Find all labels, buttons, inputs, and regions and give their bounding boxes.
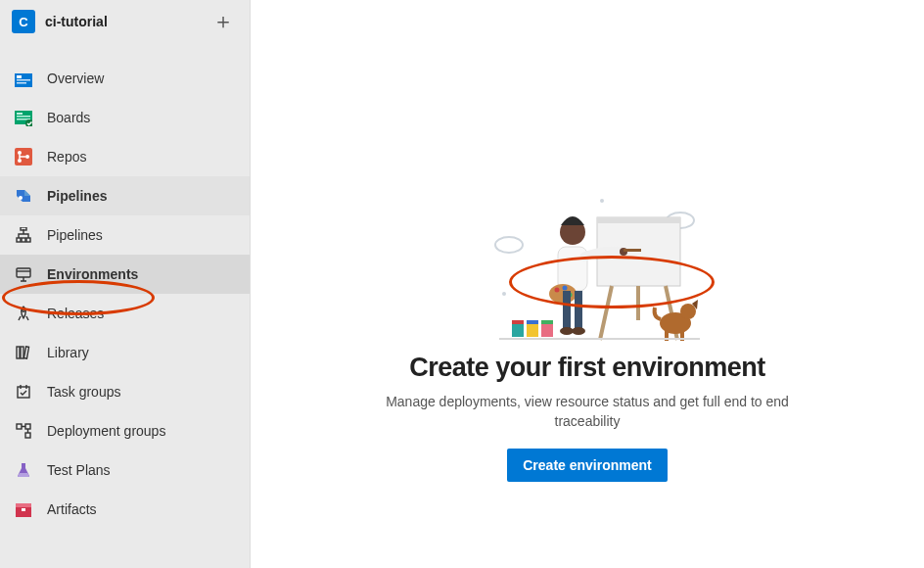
sidebar-subitem-label: Environments — [47, 266, 138, 282]
svg-point-32 — [600, 199, 604, 203]
sidebar-subitem-label: Releases — [47, 306, 104, 321]
sidebar-item-pipelines[interactable]: Pipelines — [0, 176, 250, 215]
sidebar-item-artifacts[interactable]: Artifacts — [0, 490, 250, 529]
project-name[interactable]: ci-tutorial — [45, 14, 208, 29]
svg-rect-50 — [527, 323, 538, 337]
repos-icon — [14, 147, 33, 166]
svg-point-12 — [25, 155, 29, 159]
svg-rect-21 — [21, 347, 23, 358]
sidebar-item-label: Boards — [47, 110, 90, 125]
svg-rect-14 — [17, 238, 21, 242]
svg-rect-26 — [25, 433, 30, 438]
svg-point-30 — [495, 237, 523, 253]
sidebar-item-label: Pipelines — [47, 188, 107, 204]
deployment-groups-icon — [14, 421, 33, 441]
sidebar-item-label: Test Plans — [47, 462, 111, 478]
svg-rect-20 — [17, 347, 20, 358]
environments-icon — [14, 264, 33, 284]
sidebar-item-label: Artifacts — [47, 501, 97, 517]
empty-state-illustration — [465, 186, 710, 343]
svg-rect-44 — [563, 291, 571, 328]
svg-point-46 — [560, 327, 574, 335]
sidebar-subitem-label: Deployment groups — [47, 423, 165, 439]
svg-point-41 — [555, 288, 560, 293]
svg-rect-45 — [575, 291, 582, 328]
svg-point-11 — [18, 159, 22, 163]
sidebar-item-label: Overview — [47, 71, 104, 86]
sidebar-item-repos[interactable]: Repos — [0, 137, 250, 176]
svg-point-47 — [572, 327, 585, 335]
sidebar-subitem-deployment-groups[interactable]: Deployment groups — [0, 411, 250, 450]
svg-rect-49 — [512, 320, 524, 324]
svg-rect-53 — [541, 320, 553, 324]
svg-rect-3 — [17, 82, 26, 84]
svg-rect-17 — [21, 227, 26, 230]
svg-point-42 — [563, 286, 568, 291]
project-header: C ci-tutorial ＋ — [0, 0, 250, 51]
artifacts-icon — [14, 499, 33, 519]
sidebar-subitem-library[interactable]: Library — [0, 333, 250, 372]
sidebar-subitem-label: Library — [47, 345, 89, 360]
sidebar-subitem-label: Task groups — [47, 384, 120, 400]
sidebar-item-overview[interactable]: Overview — [0, 59, 250, 98]
svg-rect-5 — [17, 113, 23, 115]
main-content: Create your first environment Manage dep… — [251, 0, 924, 568]
boards-icon — [14, 108, 33, 127]
svg-rect-51 — [527, 320, 538, 324]
svg-rect-6 — [17, 116, 30, 118]
svg-rect-25 — [25, 424, 30, 429]
svg-rect-16 — [26, 238, 30, 242]
svg-rect-52 — [541, 323, 553, 337]
sidebar: C ci-tutorial ＋ Overview Boards Repos Pi… — [0, 0, 251, 568]
page-title: Create your first environment — [409, 353, 765, 383]
sidebar-subitem-task-groups[interactable]: Task groups — [0, 372, 250, 411]
svg-rect-23 — [18, 387, 29, 398]
svg-point-33 — [502, 292, 506, 296]
library-icon — [14, 343, 33, 362]
sidebar-subitem-pipelines[interactable]: Pipelines — [0, 215, 250, 255]
svg-rect-39 — [624, 249, 641, 252]
sidebar-item-boards[interactable]: Boards — [0, 98, 250, 137]
overview-icon — [14, 69, 33, 88]
svg-rect-24 — [17, 424, 22, 429]
svg-rect-29 — [22, 508, 25, 511]
svg-point-13 — [19, 196, 23, 200]
task-groups-icon — [14, 382, 33, 402]
svg-point-55 — [680, 304, 696, 319]
svg-point-19 — [23, 309, 25, 312]
svg-rect-2 — [17, 79, 30, 81]
create-environment-button[interactable]: Create environment — [507, 449, 667, 482]
sidebar-subitem-label: Pipelines — [47, 227, 103, 243]
test-plans-icon — [14, 460, 33, 480]
svg-rect-18 — [17, 268, 30, 277]
sidebar-item-test-plans[interactable]: Test Plans — [0, 450, 250, 490]
svg-point-10 — [18, 151, 22, 155]
svg-rect-22 — [23, 347, 28, 358]
sidebar-subitem-environments[interactable]: Environments — [0, 255, 250, 294]
project-badge: C — [12, 10, 35, 33]
pipelines-icon — [14, 186, 33, 206]
svg-rect-28 — [16, 503, 31, 507]
sidebar-item-label: Repos — [47, 149, 86, 165]
page-subtitle: Manage deployments, view resource status… — [352, 393, 822, 431]
svg-rect-27 — [16, 506, 31, 517]
plus-icon: ＋ — [212, 9, 234, 33]
sidebar-subitem-releases[interactable]: Releases — [0, 294, 250, 333]
new-button[interactable]: ＋ — [208, 11, 238, 32]
svg-rect-15 — [22, 238, 25, 242]
pipeline-run-icon — [14, 225, 33, 245]
svg-rect-48 — [512, 323, 524, 337]
svg-rect-35 — [597, 217, 680, 223]
svg-rect-1 — [17, 75, 22, 78]
releases-icon — [14, 304, 33, 323]
